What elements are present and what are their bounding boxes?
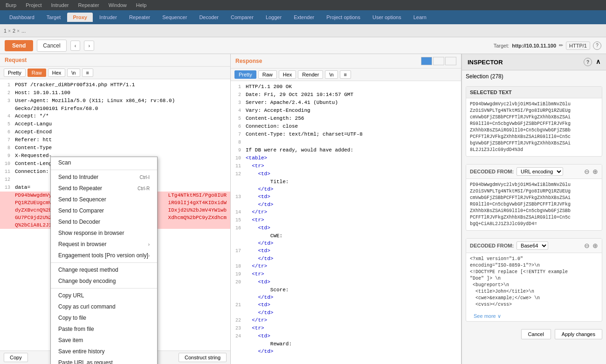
- tab-logger[interactable]: Logger: [260, 13, 287, 22]
- menu-project[interactable]: Project: [24, 1, 43, 9]
- inspector-apply-button[interactable]: Apply changes: [555, 329, 602, 339]
- open-tab-1[interactable]: 1 ×: [4, 28, 11, 34]
- selected-text-section: SELECTED TEXT PD94bWwgdmVyc2lvbjOiMS4wIi…: [466, 86, 602, 157]
- request-toolbar: Pretty Raw Hex \n ≡: [0, 67, 230, 79]
- target-url: http://10.10.11.100: [512, 43, 556, 48]
- inspector-title: INSPECTOR: [468, 59, 503, 66]
- inspector-help-button[interactable]: ?: [584, 58, 592, 66]
- tab-proxy[interactable]: Proxy: [67, 13, 93, 22]
- resp-line-1: 1HTTP/1.1 200 OK: [231, 83, 461, 91]
- resp-line-5: 5Content-Length: 256: [231, 115, 461, 123]
- resp-tab-hex[interactable]: Hex: [279, 70, 296, 79]
- nav-forward-button[interactable]: ›: [84, 41, 94, 51]
- resp-line-7: 7Content-Type: text/html; charset=UTF-8: [231, 130, 461, 138]
- tab-intruder[interactable]: Intruder: [94, 13, 123, 22]
- ctx-copy-url[interactable]: Copy URL: [51, 290, 157, 301]
- decode-base64-plus[interactable]: ⊕: [592, 242, 598, 249]
- resp-tab-raw[interactable]: Raw: [258, 70, 277, 79]
- req-tab-pretty[interactable]: Pretty: [4, 69, 26, 77]
- req-tab-menu[interactable]: ≡: [82, 69, 93, 77]
- ctx-copy-file[interactable]: Copy to file: [51, 312, 157, 323]
- ctx-change-body[interactable]: Change body encoding: [51, 275, 157, 287]
- ctx-change-method[interactable]: Change request method: [51, 264, 157, 275]
- see-more-link[interactable]: See more ∨: [470, 311, 505, 321]
- resp-line-20c: </td>: [231, 294, 461, 301]
- ctx-copy-curl[interactable]: Copy as curl command: [51, 301, 157, 312]
- ctx-send-intruder[interactable]: Send to Intruder Ctrl-I: [51, 172, 157, 183]
- tab-repeater[interactable]: Repeater: [124, 13, 156, 22]
- tab-project-options[interactable]: Project options: [321, 13, 366, 22]
- menu-help[interactable]: Help: [134, 1, 149, 9]
- ctx-paste-url[interactable]: Paste URL as request: [51, 357, 157, 364]
- resp-tab-render[interactable]: Render: [298, 70, 323, 79]
- response-toolbar: Pretty Raw Hex Render \n ≡: [231, 69, 461, 81]
- decode-url-content: PD94bWwgdmVyc2lvbjOiMS4wIiBlbmNvZGlu ZzO…: [466, 179, 602, 230]
- resp-line-12b: Title:: [231, 178, 461, 185]
- tab-learn[interactable]: Learn: [408, 13, 432, 22]
- ctx-show-response[interactable]: Show response in browser: [51, 227, 157, 239]
- ctx-paste-file[interactable]: Paste from file: [51, 323, 157, 335]
- req-line-3: 3 User-Agent: Mozilla/5.0 (X11; Linux x8…: [0, 97, 230, 105]
- req-line-7: 7 Referer: htt: [0, 136, 230, 144]
- ctx-scan[interactable]: Scan: [51, 157, 157, 168]
- tab-target[interactable]: Target: [41, 13, 67, 22]
- tab-sequencer[interactable]: Sequencer: [157, 13, 193, 22]
- decode-url-minus[interactable]: ⊖: [584, 168, 590, 175]
- selected-text-content: PD94bWwgdmVyc2lvbjOiMS4wIiBlbmNvZGlu ZzO…: [466, 98, 602, 156]
- decode-url-plus[interactable]: ⊕: [592, 168, 598, 175]
- resp-tab-pretty[interactable]: Pretty: [234, 70, 256, 79]
- menu-burp[interactable]: Burp: [4, 1, 18, 9]
- context-menu: Scan Send to Intruder Ctrl-I Send to Rep…: [50, 157, 158, 364]
- view-btn-3[interactable]: [445, 57, 456, 65]
- ctx-send-decoder[interactable]: Send to Decoder: [51, 216, 157, 227]
- help-button[interactable]: ?: [593, 41, 601, 50]
- view-btn-2[interactable]: [433, 57, 444, 65]
- nav-back-button[interactable]: ‹: [70, 41, 81, 51]
- ctx-engagement[interactable]: Engagement tools [Pro version only] ›: [51, 250, 157, 261]
- send-button[interactable]: Send: [5, 40, 33, 51]
- tab-dashboard[interactable]: Dashboard: [4, 13, 40, 22]
- inspector-header: INSPECTOR ? ∧: [462, 54, 606, 70]
- inspector-cancel-button[interactable]: Cancel: [521, 329, 551, 339]
- menu-repeater[interactable]: Repeater: [76, 1, 101, 9]
- ctx-save-item[interactable]: Save item: [51, 335, 157, 346]
- resp-tab-ln[interactable]: \n: [325, 70, 337, 79]
- tab-decoder[interactable]: Decoder: [193, 13, 224, 22]
- inspector-panel: INSPECTOR ? ∧ Selection (278) SELECTED T…: [461, 54, 606, 364]
- ctx-send-sequencer[interactable]: Send to Sequencer: [51, 194, 157, 205]
- req-tab-raw[interactable]: Raw: [28, 69, 46, 77]
- http-version-badge[interactable]: HTTP/1: [566, 41, 590, 50]
- menu-intruder[interactable]: Intruder: [49, 1, 71, 9]
- tab-user-options[interactable]: User options: [367, 13, 407, 22]
- open-tab-more[interactable]: ...: [21, 28, 26, 34]
- view-btn-1[interactable]: [421, 57, 432, 65]
- resp-line-9: 9If DB were ready, would have added:: [231, 146, 461, 154]
- req-line-4: 4 Accept: */*: [0, 112, 230, 120]
- see-more-container: See more ∨: [466, 311, 602, 321]
- req-line-2: 2 Host: 10.10.11.100: [0, 89, 230, 97]
- cancel-button[interactable]: Cancel: [37, 40, 66, 52]
- edit-icon[interactable]: ✏: [559, 42, 563, 48]
- copy-button[interactable]: Copy: [4, 353, 28, 362]
- req-tab-hex[interactable]: Hex: [48, 69, 66, 77]
- decoded-base64-section: DECODED FROM: Base64 ⊖ ⊕ <?xml version="…: [466, 238, 602, 322]
- inspector-collapse-icon[interactable]: ∧: [596, 58, 600, 66]
- req-tab-ln[interactable]: \n: [67, 69, 80, 77]
- ctx-send-comparer[interactable]: Send to Comparer: [51, 205, 157, 216]
- decode-base64-select[interactable]: Base64: [516, 241, 548, 250]
- selection-count: (278): [490, 73, 503, 80]
- tab-comparer[interactable]: Comparer: [225, 13, 259, 22]
- construct-string-button[interactable]: Construct string: [179, 353, 227, 362]
- menu-window[interactable]: Window: [107, 1, 129, 9]
- ctx-save-history[interactable]: Save entire history: [51, 346, 157, 357]
- resp-tab-menu[interactable]: ≡: [340, 70, 351, 79]
- decode-base64-minus[interactable]: ⊖: [584, 242, 590, 249]
- decode-url-select[interactable]: URL encoding: [516, 167, 563, 176]
- ctx-request-browser[interactable]: Request in browser ›: [51, 239, 157, 250]
- response-panel: Response Pretty Raw Hex Render \n ≡ 1HTT…: [231, 54, 461, 364]
- resp-line-2: 2Date: Fri, 29 Oct 2021 10:14:57 GMT: [231, 91, 461, 99]
- resp-line-16c: </td>: [231, 240, 461, 247]
- ctx-send-repeater[interactable]: Send to Repeater Ctrl-R: [51, 183, 157, 194]
- open-tab-2[interactable]: 2 ×: [13, 28, 20, 34]
- tab-extender[interactable]: Extender: [288, 13, 320, 22]
